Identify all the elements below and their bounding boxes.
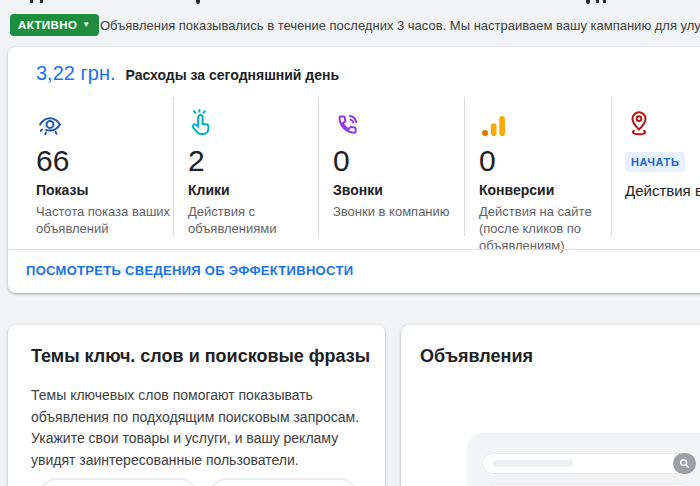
cropped-heading-fragment <box>603 0 606 3</box>
cropped-heading-fragment <box>30 0 33 3</box>
phone-waves-icon <box>333 111 361 141</box>
metric-value: 0 <box>333 144 350 178</box>
status-message: Объявления показывались в течение послед… <box>100 18 700 33</box>
metrics-row: 66 Показы Частота показа ваших объявлени… <box>8 97 700 236</box>
keyword-themes-title: Темы ключ. слов и поисковые фразы <box>31 346 370 367</box>
keyword-theme-chip[interactable] <box>38 478 198 486</box>
cropped-heading-fragment <box>596 0 599 3</box>
chevron-down-icon: ▼ <box>82 21 90 29</box>
metric-sublabel: Действия на сайте (после кликов по объяв… <box>479 203 634 254</box>
cropped-heading-fragment <box>586 0 590 4</box>
performance-summary-card: 3,22 грн. Расходы за сегодняшний день 66… <box>8 47 700 293</box>
view-performance-details-link[interactable]: ПОСМОТРЕТЬ СВЕДЕНИЯ ОБ ЭФФЕКТИВНОСТИ <box>26 263 353 278</box>
ads-card: Объявления <box>401 325 700 486</box>
tap-icon <box>188 109 216 139</box>
campaign-status-dropdown[interactable]: АКТИВНО ▼ <box>10 14 99 36</box>
start-badge[interactable]: НАЧАТЬ <box>625 152 685 172</box>
eye-icon <box>36 111 64 141</box>
divider <box>8 249 700 250</box>
cropped-heading-fragment <box>40 0 43 3</box>
metric-value: 0 <box>479 144 496 178</box>
metric-label: Клики <box>188 182 230 198</box>
spend-row: 3,22 грн. Расходы за сегодняшний день <box>36 62 339 85</box>
metric-label: Действия в пр <box>625 182 700 199</box>
divider <box>318 97 319 236</box>
metric-sublabel: Действия с объявлениями <box>188 203 288 237</box>
metric-sublabel: Звонки в компанию <box>333 203 473 220</box>
ad-preview-mockup <box>467 433 700 486</box>
campaign-status-label: АКТИВНО <box>18 19 77 31</box>
spend-amount: 3,22 грн. <box>36 62 116 85</box>
spend-label: Расходы за сегодняшний день <box>126 67 340 83</box>
keyword-themes-card: Темы ключ. слов и поисковые фразы Темы к… <box>8 325 385 486</box>
metric-sublabel: Частота показа ваших объявлений <box>36 203 176 237</box>
ads-title: Объявления <box>420 346 533 367</box>
metric-label: Звонки <box>333 182 383 198</box>
bar-chart-icon <box>479 111 507 141</box>
keyword-themes-description: Темы ключевых слов помогают показывать о… <box>31 385 365 471</box>
metric-value: 2 <box>188 144 205 178</box>
mock-search-placeholder <box>493 460 573 467</box>
keyword-theme-chip[interactable] <box>208 478 358 486</box>
metric-label: Показы <box>36 182 89 198</box>
location-pin-icon <box>625 109 653 139</box>
search-icon <box>673 453 696 474</box>
mock-search-bar <box>482 453 696 474</box>
cropped-heading-fragment <box>196 0 200 4</box>
metric-value: 66 <box>36 144 69 178</box>
metric-label: Конверсии <box>479 182 554 198</box>
